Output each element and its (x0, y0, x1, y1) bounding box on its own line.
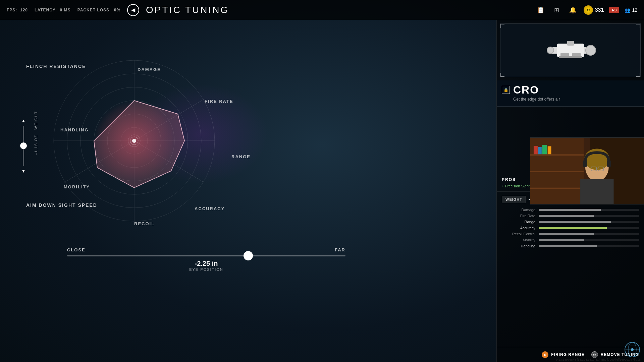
corner-tr (636, 24, 640, 28)
eye-position-name: EYE POSITION (67, 267, 345, 272)
radar-range-label: RANGE (231, 154, 251, 159)
svg-point-49 (631, 348, 634, 351)
svg-rect-29 (530, 154, 584, 156)
firing-range-button[interactable]: ▶ FIRING RANGE (542, 351, 584, 358)
stat-bar (539, 221, 611, 223)
coin-display: ⊙ 331 (584, 5, 604, 15)
eye-slider-track[interactable] (67, 255, 345, 256)
stat-name: Damage (502, 208, 535, 212)
stat-bar (539, 227, 607, 229)
stat-bar-track (539, 233, 639, 235)
radar-firerate-label: FIRE RATE (205, 99, 233, 104)
radar-accuracy-label: ACCURACY (195, 206, 225, 211)
far-label: FAR (335, 247, 345, 252)
stat-row: Handling (502, 244, 639, 248)
svg-rect-37 (580, 179, 613, 204)
main-content: FLINCH RESISTANCE AIM DOWN SIGHT SPEED ▲… (0, 20, 644, 362)
notification-icon[interactable]: 🔔 (568, 5, 578, 15)
players-online: 👥 12 (625, 7, 637, 13)
left-panel: FLINCH RESISTANCE AIM DOWN SIGHT SPEED ▲… (0, 20, 496, 362)
radar-recoil-label: RECOIL (134, 221, 155, 226)
svg-point-21 (547, 47, 554, 54)
stat-bar-track (539, 209, 639, 211)
back-button[interactable]: ◀ (127, 4, 139, 16)
packet-loss-stat: PACKET LOSS: 0% (77, 8, 120, 12)
svg-rect-32 (534, 146, 538, 154)
svg-point-20 (586, 45, 596, 55)
svg-rect-22 (567, 41, 574, 46)
svg-rect-25 (559, 56, 582, 58)
stat-name: Range (502, 220, 535, 224)
grid-icon[interactable]: ⊞ (551, 5, 562, 15)
stat-name: Recoil Control (502, 232, 535, 236)
top-hud: FPS: 120 LATENCY: 0 MS PACKET LOSS: 0% ◀… (0, 0, 644, 20)
stat-name: Handling (502, 244, 535, 248)
svg-rect-34 (542, 145, 547, 154)
radar-handling-label: HANDLING (60, 127, 89, 132)
latency-stat: LATENCY: 0 MS (35, 8, 71, 12)
svg-rect-40 (607, 160, 611, 167)
r3-badge: R3 (609, 7, 619, 13)
corner-bl (500, 73, 504, 77)
clipboard-icon[interactable]: 📋 (535, 5, 546, 15)
page-title: OPTIC TUNING (146, 5, 229, 15)
latency-value: 0 MS (60, 8, 71, 12)
fps-value: 120 (20, 8, 28, 12)
right-panel: 🔒 CRO Get the edge dot offers a r (496, 20, 644, 362)
svg-rect-35 (548, 146, 551, 154)
players-icon: 👥 (625, 7, 630, 13)
fps-stat: FPS: 120 (7, 8, 28, 12)
svg-rect-39 (583, 160, 587, 167)
weight-tag-label: WEIGHT (502, 196, 526, 203)
attachment-description: Get the edge dot offers a r (513, 97, 560, 102)
stat-bar-track (539, 227, 639, 229)
stat-name: Accuracy (502, 226, 535, 230)
svg-rect-33 (538, 147, 542, 154)
bottom-actions: ▶ FIRING RANGE ⊙ REMOVE TUNING (497, 347, 644, 362)
stat-row: Range (502, 220, 639, 224)
stat-bar-track (539, 215, 639, 217)
stat-bar (539, 239, 584, 241)
corner-br (636, 73, 640, 77)
stat-bar (539, 215, 594, 217)
stat-bar (539, 209, 601, 211)
packet-loss-value: 0% (114, 8, 120, 12)
stat-bar (539, 245, 597, 247)
hud-stats: FPS: 120 LATENCY: 0 MS PACKET LOSS: 0% (7, 8, 120, 12)
firing-range-icon: ▶ (542, 351, 548, 358)
close-label: CLOSE (67, 247, 86, 252)
stat-name: Mobility (502, 238, 535, 242)
remove-tuning-icon: ⊙ (591, 351, 598, 358)
eye-slider-thumb[interactable] (244, 251, 253, 260)
scope-image (537, 37, 604, 64)
corner-tl (500, 24, 504, 28)
stat-bar-track (539, 239, 639, 241)
stat-bar (539, 233, 594, 235)
stat-bars: Damage Fire Rate Range Accuracy Recoil C… (502, 208, 639, 248)
stat-row: Mobility (502, 238, 639, 242)
stats-section: WEIGHT -1.16 oz EYE POSITION -2.25 in Da… (497, 192, 644, 347)
svg-point-15 (132, 139, 136, 143)
svg-rect-31 (530, 188, 584, 189)
stat-bar-track (539, 245, 639, 247)
attachment-name: CRO (513, 84, 560, 95)
eye-position-value: -2.25 in (67, 260, 345, 267)
hud-right: 📋 ⊞ 🔔 ⊙ 331 R3 👥 12 (535, 5, 637, 15)
globe-icon (624, 341, 641, 358)
stat-row: Accuracy (502, 226, 639, 230)
attachment-preview (500, 23, 641, 77)
eye-labels: CLOSE FAR (67, 247, 345, 252)
stat-name: Fire Rate (502, 214, 535, 218)
svg-rect-30 (530, 171, 584, 172)
streamer-video (530, 138, 644, 204)
eye-position-label: -2.25 in EYE POSITION (67, 260, 345, 272)
hud-left: FPS: 120 LATENCY: 0 MS PACKET LOSS: 0% ◀… (7, 4, 229, 16)
streamer-overlay (530, 137, 644, 204)
stat-row: Fire Rate (502, 214, 639, 218)
stat-row: Recoil Control (502, 232, 639, 236)
radar-container: DAMAGE FIRE RATE RANGE ACCURACY RECOIL M… (17, 40, 252, 241)
lock-icon: 🔒 (502, 86, 510, 94)
globe-icon-area (624, 341, 641, 359)
coin-icon: ⊙ (584, 5, 593, 15)
stat-row: Damage (502, 208, 639, 212)
